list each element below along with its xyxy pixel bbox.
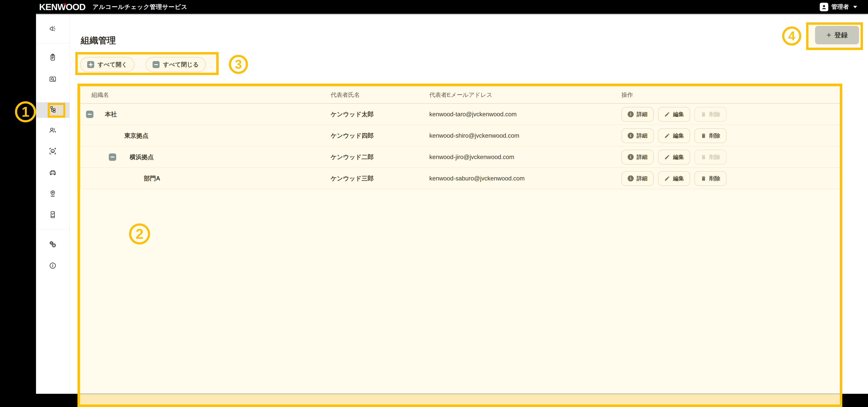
vehicle-icon (48, 168, 57, 177)
info-circle-icon (628, 111, 634, 117)
trash-icon (701, 111, 707, 117)
rep-email: kenwood-shiro@jvckenwood.com (429, 132, 519, 139)
sidebar (36, 14, 70, 394)
table-row: 東京拠点 ケンウッド四郎 kenwood-shiro@jvckenwood.co… (81, 125, 842, 146)
delete-button[interactable]: 削除 (694, 171, 726, 186)
delete-button[interactable]: 削除 (694, 107, 726, 122)
rep-email: kenwood-jiro@jvckenwood.com (429, 154, 514, 161)
collapse-toggle-icon[interactable] (86, 111, 93, 118)
edit-button[interactable]: 編集 (658, 128, 690, 143)
settings-icon (48, 240, 57, 249)
header-actions: 操作 (621, 91, 633, 99)
table-header-row: 組織名 代表者氏名 代表者Eメールアドレス 操作 (81, 86, 842, 104)
pencil-icon (664, 133, 670, 139)
header-rep-name: 代表者氏名 (331, 91, 360, 99)
info-circle-icon (628, 175, 634, 181)
rep-name: ケンウッド二郎 (331, 153, 374, 161)
rep-name: ケンウッド三郎 (331, 174, 374, 182)
pencil-icon (664, 111, 670, 117)
edit-button[interactable]: 編集 (658, 171, 690, 186)
info-circle-icon (628, 133, 634, 139)
sidebar-item-face-recognition[interactable] (36, 146, 69, 157)
sidebar-item-report[interactable] (36, 52, 69, 63)
user-menu-label: 管理者 (831, 3, 849, 11)
register-button-label: 登録 (834, 31, 847, 40)
row-actions: 詳細 編集 削除 (621, 150, 726, 165)
brand-wordmark: KENWOOD (39, 2, 86, 12)
org-name: 本社 (105, 110, 117, 118)
report-icon (48, 53, 57, 62)
service-title: アルコールチェック管理サービス (92, 3, 187, 11)
expand-all-button[interactable]: すべて開く (80, 57, 134, 72)
sidebar-item-announcement[interactable] (36, 23, 69, 34)
rep-email: kenwood-taro@jvckenwood.com (429, 111, 517, 118)
brand-logo: KENWOOD アルコールチェック管理サービス (39, 2, 187, 12)
detail-button[interactable]: 詳細 (621, 171, 654, 186)
organization-icon (48, 105, 57, 114)
announcement-icon (48, 24, 57, 33)
sidebar-divider (36, 229, 69, 229)
annotation-number-1: 1 (15, 101, 36, 122)
collapse-toggle-icon[interactable] (109, 154, 116, 161)
face-recognition-icon (48, 147, 57, 156)
chevron-down-icon (853, 6, 857, 8)
edit-button[interactable]: 編集 (658, 150, 690, 165)
row-actions: 詳細 編集 削除 (621, 171, 726, 186)
detail-button[interactable]: 詳細 (621, 107, 654, 122)
user-menu[interactable]: 管理者 (820, 0, 857, 14)
users-icon (48, 126, 57, 135)
pencil-icon (664, 154, 670, 160)
sidebar-item-record-search[interactable] (36, 74, 69, 84)
delete-button[interactable]: 削除 (694, 150, 726, 165)
organization-table: 組織名 代表者氏名 代表者Eメールアドレス 操作 本社 ケンウッド太郎 kenw… (81, 86, 842, 189)
collapse-all-label: すべて閉じる (163, 61, 199, 69)
delete-button[interactable]: 削除 (694, 128, 726, 143)
info-circle-icon (628, 154, 634, 160)
rep-email: kenwood-saburo@jvckenwood.com (429, 175, 525, 182)
org-name: 横浜拠点 (130, 153, 154, 161)
sidebar-item-settings[interactable] (36, 239, 69, 250)
detail-button[interactable]: 詳細 (621, 128, 654, 143)
table-row: 部門A ケンウッド三郎 kenwood-saburo@jvckenwood.co… (81, 168, 842, 189)
top-navbar: KENWOOD アルコールチェック管理サービス 管理者 (36, 0, 868, 14)
register-button[interactable]: + 登録 (815, 26, 859, 44)
plus-icon: + (827, 31, 831, 39)
pencil-icon (664, 176, 670, 181)
rep-name: ケンウッド太郎 (331, 110, 374, 118)
trash-icon (701, 176, 707, 181)
location-icon (48, 189, 57, 198)
sidebar-item-organization[interactable] (36, 104, 69, 115)
rep-name: ケンウッド四郎 (331, 132, 374, 140)
page-title: 組織管理 (81, 35, 116, 46)
row-actions: 詳細 編集 削除 (621, 107, 726, 122)
trash-icon (701, 133, 707, 139)
sidebar-item-about[interactable] (36, 260, 69, 271)
table-row: 横浜拠点 ケンウッド二郎 kenwood-jiro@jvckenwood.com… (81, 146, 842, 168)
table-row: 本社 ケンウッド太郎 kenwood-taro@jvckenwood.com 詳… (81, 104, 842, 125)
manual-page-canvas: KENWOOD アルコールチェック管理サービス 管理者 (0, 0, 868, 407)
app-window: KENWOOD アルコールチェック管理サービス 管理者 (36, 0, 868, 394)
org-name: 東京拠点 (124, 132, 149, 140)
sidebar-item-locations[interactable] (36, 188, 69, 199)
sidebar-item-vehicles[interactable] (36, 167, 69, 178)
brand-red-triangle-icon (63, 3, 66, 6)
minus-square-icon (153, 61, 160, 68)
plus-square-icon (87, 61, 94, 68)
device-check-icon (48, 210, 57, 219)
detail-button[interactable]: 詳細 (621, 150, 654, 165)
trash-icon (701, 154, 707, 160)
info-icon (48, 261, 57, 270)
edit-button[interactable]: 編集 (658, 107, 690, 122)
record-search-icon (48, 75, 57, 83)
expand-all-label: すべて開く (98, 61, 127, 69)
row-actions: 詳細 編集 削除 (621, 128, 726, 143)
header-rep-email: 代表者Eメールアドレス (429, 91, 492, 99)
sidebar-item-device-check[interactable] (36, 209, 69, 220)
user-avatar-icon (820, 3, 828, 11)
annotation-fill-band (80, 394, 840, 404)
org-name: 部門A (144, 174, 160, 182)
sidebar-item-users[interactable] (36, 125, 69, 136)
header-org-name: 組織名 (91, 91, 109, 99)
collapse-all-button[interactable]: すべて閉じる (146, 57, 206, 72)
